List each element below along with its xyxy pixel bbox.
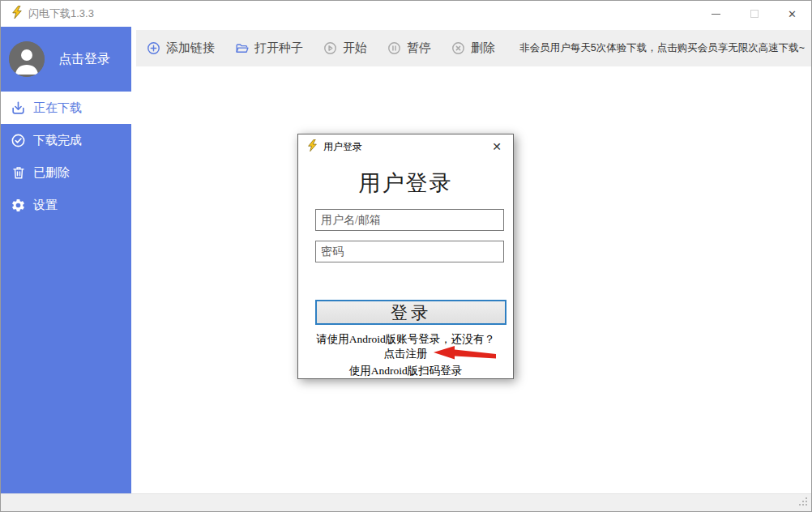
- dialog-title: 用户登录: [323, 140, 362, 154]
- login-user-panel[interactable]: 点击登录: [1, 27, 131, 92]
- window-title: 闪电下载1.3.3: [28, 6, 94, 21]
- sidebar-item-label: 设置: [33, 198, 58, 213]
- titlebar: 闪电下载1.3.3 ✕: [1, 1, 811, 27]
- sidebar-item-label: 正在下载: [33, 100, 82, 116]
- toolbar-button-label: 删除: [471, 41, 495, 56]
- sidebar-item-label: 下载完成: [33, 133, 82, 148]
- qr-login-link[interactable]: 使用Android版扫码登录: [298, 364, 513, 378]
- resize-grip-icon[interactable]: [798, 496, 809, 510]
- app-window: 闪电下载1.3.3 ✕ 点击登录 正在下载: [0, 0, 812, 512]
- sidebar-item-label: 已删除: [33, 165, 70, 181]
- sidebar-item-completed[interactable]: 下载完成: [1, 124, 131, 156]
- toolbar-button-label: 开始: [343, 41, 367, 56]
- dialog-close-button[interactable]: ✕: [481, 134, 513, 159]
- sidebar-nav: 正在下载 下载完成 已删除: [1, 92, 131, 221]
- sidebar: 点击登录 正在下载 下载完成: [1, 27, 131, 493]
- pause-button[interactable]: 暂停: [387, 41, 431, 56]
- dialog-titlebar: 用户登录 ✕: [298, 134, 513, 159]
- password-input[interactable]: [315, 241, 504, 262]
- sidebar-item-deleted[interactable]: 已删除: [1, 156, 131, 189]
- pause-icon: [387, 41, 401, 55]
- toolbar: 添加链接 打开种子 开始: [136, 30, 811, 66]
- username-input[interactable]: [315, 209, 504, 231]
- lightning-bolt-icon: [307, 139, 318, 155]
- maximize-button[interactable]: [735, 1, 773, 27]
- download-icon: [11, 100, 26, 116]
- gear-icon: [11, 198, 26, 213]
- login-label: 点击登录: [58, 51, 110, 68]
- user-avatar-icon: [9, 41, 45, 77]
- register-link[interactable]: 点击注册: [384, 348, 428, 360]
- delete-button[interactable]: 删除: [451, 41, 495, 56]
- toolbar-button-label: 添加链接: [166, 41, 215, 56]
- lightning-bolt-icon: [11, 6, 23, 22]
- close-button[interactable]: ✕: [773, 1, 811, 27]
- close-icon: ✕: [788, 9, 797, 19]
- red-arrow-icon: [434, 345, 497, 365]
- toolbar-button-label: 暂停: [407, 41, 431, 56]
- start-icon: [323, 41, 337, 55]
- start-button[interactable]: 开始: [323, 41, 367, 56]
- statusbar: [1, 493, 811, 512]
- open-torrent-button[interactable]: 打开种子: [235, 41, 303, 56]
- add-link-icon: [147, 41, 160, 55]
- membership-promo-text[interactable]: 非会员用户每天5次体验下载，点击购买会员享无限次高速下载~: [519, 41, 811, 55]
- login-submit-button[interactable]: 登录: [315, 300, 506, 325]
- check-circle-icon: [11, 133, 26, 148]
- delete-icon: [451, 41, 465, 55]
- add-link-button[interactable]: 添加链接: [147, 41, 215, 56]
- login-dialog: 用户登录 ✕ 用户登录 登录 请使用Android版账号登录，还没有？ 点击注册…: [297, 134, 514, 379]
- trash-icon: [11, 165, 26, 181]
- dialog-heading: 用户登录: [298, 169, 513, 198]
- sidebar-item-settings[interactable]: 设置: [1, 189, 131, 221]
- minimize-icon: [712, 14, 720, 15]
- maximize-icon: [750, 10, 759, 18]
- open-torrent-icon: [235, 41, 249, 55]
- minimize-button[interactable]: [697, 1, 735, 27]
- toolbar-button-label: 打开种子: [254, 41, 303, 56]
- sidebar-item-downloading[interactable]: 正在下载: [1, 92, 131, 124]
